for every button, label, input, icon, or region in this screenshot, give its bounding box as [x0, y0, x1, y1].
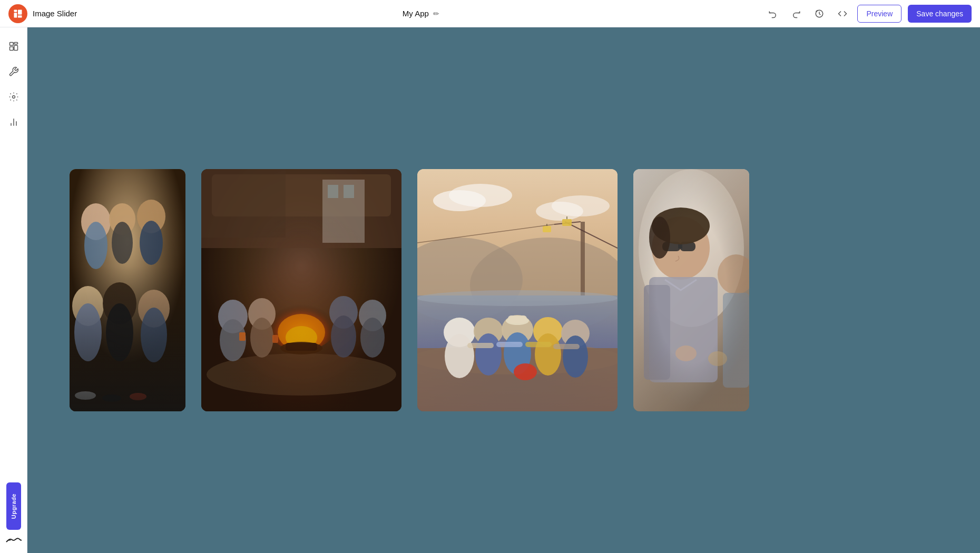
svg-rect-5	[9, 43, 13, 46]
svg-rect-55	[201, 169, 401, 411]
svg-rect-92	[417, 169, 618, 411]
svg-point-26	[141, 308, 167, 362]
svg-rect-2	[18, 9, 22, 14]
sidebar: Upgrade	[0, 27, 27, 553]
edit-icon[interactable]: ✏	[433, 9, 439, 18]
canvas-area	[27, 27, 980, 553]
sidebar-item-analytics[interactable]	[3, 112, 24, 133]
main-layout: Upgrade	[0, 27, 980, 553]
svg-rect-30	[70, 169, 185, 411]
svg-point-21	[72, 286, 104, 326]
app-title: Image Slider	[33, 9, 77, 18]
preview-button[interactable]: Preview	[857, 5, 901, 23]
svg-point-29	[130, 393, 146, 400]
svg-point-23	[103, 282, 136, 324]
svg-rect-108	[633, 169, 749, 411]
svg-rect-8	[14, 45, 17, 50]
redo-button[interactable]	[788, 5, 805, 22]
header-center: My App ✏	[403, 9, 439, 18]
app-name: My App	[403, 9, 429, 18]
svg-point-13	[8, 539, 11, 541]
upgrade-label: Upgrade	[11, 493, 17, 519]
svg-point-27	[75, 391, 96, 400]
svg-rect-6	[9, 47, 13, 51]
svg-rect-7	[14, 43, 17, 44]
header-left: Image Slider	[8, 4, 77, 23]
header-right: Preview Save changes	[765, 5, 972, 23]
svg-point-22	[74, 303, 102, 361]
svg-point-28	[102, 394, 121, 402]
code-button[interactable]	[834, 5, 851, 22]
save-changes-button[interactable]: Save changes	[908, 5, 972, 23]
svg-point-9	[12, 96, 15, 98]
sidebar-bottom: Upgrade	[4, 482, 23, 545]
history-button[interactable]	[811, 5, 828, 22]
sidebar-item-settings[interactable]	[3, 86, 24, 107]
image-card-4[interactable]	[633, 169, 749, 411]
image-card-2[interactable]	[201, 169, 401, 411]
sidebar-item-dashboard[interactable]	[3, 36, 24, 57]
svg-rect-1	[14, 13, 17, 17]
upgrade-button[interactable]: Upgrade	[6, 482, 21, 530]
app-logo	[8, 4, 27, 23]
wix-bird-icon	[4, 534, 23, 545]
svg-rect-3	[18, 15, 22, 17]
image-card-3[interactable]	[417, 169, 618, 411]
header: Image Slider My App ✏	[0, 0, 980, 27]
svg-rect-0	[14, 9, 17, 12]
image-card-1[interactable]	[70, 169, 185, 411]
svg-point-25	[138, 290, 170, 328]
undo-button[interactable]	[765, 5, 781, 22]
svg-point-24	[106, 303, 133, 361]
sidebar-item-tools[interactable]	[3, 61, 24, 82]
